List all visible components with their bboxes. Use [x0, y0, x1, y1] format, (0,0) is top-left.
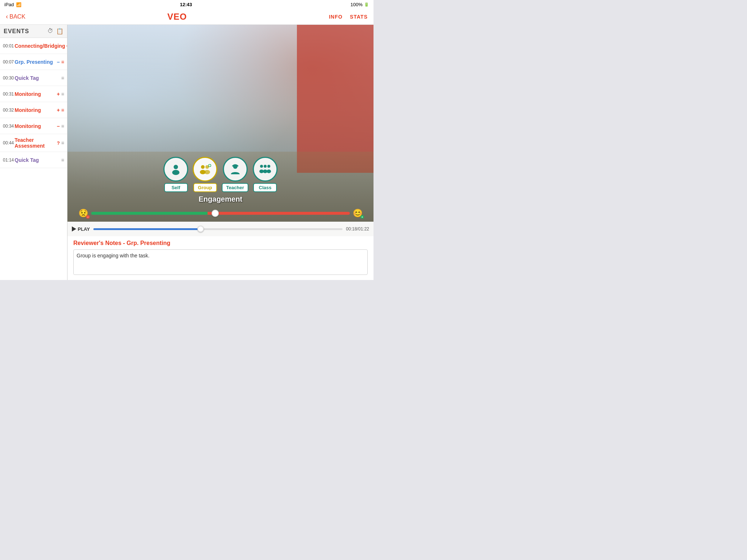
play-label: PLAY: [78, 226, 90, 232]
self-label: Self: [164, 183, 188, 192]
back-button[interactable]: ‹ BACK: [6, 13, 26, 20]
reviewer-notes-textarea[interactable]: [73, 249, 368, 275]
svg-point-10: [260, 165, 263, 168]
event-item-quick-tag-1[interactable]: 00:30 Quick Tag ≡: [0, 70, 67, 86]
note-icon: ≡: [61, 157, 64, 163]
teacher-label: Teacher: [222, 183, 248, 192]
time-display: 12:43: [180, 2, 192, 7]
progress-filled: [93, 228, 200, 230]
class-circle: [253, 157, 278, 182]
status-left: iPad: [4, 2, 22, 7]
svg-point-0: [174, 165, 178, 169]
class-label: Class: [253, 183, 277, 192]
bottom-section: Reviewer's Notes - Grp. Presenting: [67, 236, 374, 280]
event-item-connecting[interactable]: 00:01 Connecting/Bridging + ≡: [0, 38, 67, 54]
event-item-monitoring-2[interactable]: 00:32 Monitoring + ≡: [0, 102, 67, 118]
play-triangle-icon: [72, 226, 76, 232]
status-bar: iPad 12:43 100% 🔋: [0, 0, 374, 9]
teacher-button[interactable]: Teacher: [222, 157, 248, 192]
events-panel: EVENTS ⏱ 📋 00:01 Connecting/Bridging + ≡…: [0, 25, 67, 280]
event-item-grp-presenting[interactable]: 00:07 Grp. Presenting – ≡: [0, 54, 67, 70]
teacher-circle: [223, 157, 248, 182]
device-label: iPad: [4, 2, 14, 7]
self-circle: [163, 157, 188, 182]
event-item-quick-tag-2[interactable]: 01:14 Quick Tag ≡: [0, 152, 67, 168]
events-icons: ⏱ 📋: [47, 28, 63, 35]
video-controls: PLAY 00:18/01:22: [67, 222, 374, 236]
note-icon-active: ≡: [61, 59, 64, 65]
class-button[interactable]: Class: [253, 157, 278, 192]
note-icon: ≡: [61, 140, 64, 146]
video-background: [67, 25, 374, 236]
clock-icon[interactable]: ⏱: [47, 28, 53, 35]
play-button[interactable]: PLAY: [72, 226, 90, 232]
happy-face-icon: 😊 +: [353, 209, 363, 218]
app-title: VEO: [167, 12, 187, 22]
svg-point-11: [264, 165, 267, 168]
title-actions: INFO STATS: [329, 14, 368, 20]
events-title: EVENTS: [4, 28, 29, 35]
folder-icon[interactable]: 📋: [56, 28, 63, 35]
engagement-overlay: Self: [67, 157, 374, 203]
group-button[interactable]: Group: [193, 157, 217, 192]
status-right: 100% 🔋: [351, 2, 369, 7]
sentiment-track[interactable]: [91, 212, 350, 215]
group-circle: [193, 157, 217, 182]
sentiment-thumb[interactable]: [212, 210, 219, 217]
red-wall-decoration: [297, 25, 374, 173]
event-item-monitoring-3[interactable]: 00:34 Monitoring – ≡: [0, 118, 67, 134]
events-header: EVENTS ⏱ 📋: [0, 25, 67, 38]
battery-label: 100%: [351, 2, 363, 7]
wifi-icon: [16, 2, 22, 7]
progress-thumb[interactable]: [197, 226, 204, 232]
engagement-buttons: Self: [163, 157, 278, 192]
stats-button[interactable]: STATS: [350, 14, 368, 20]
svg-point-1: [172, 170, 179, 175]
note-icon: ≡: [61, 91, 64, 97]
engagement-title: Engagement: [198, 195, 242, 203]
back-label: BACK: [9, 13, 26, 20]
svg-point-2: [201, 165, 205, 169]
title-bar: ‹ BACK VEO INFO STATS: [0, 9, 374, 25]
event-item-monitoring-1[interactable]: 00:31 Monitoring + ≡: [0, 86, 67, 102]
svg-point-15: [267, 170, 271, 173]
battery-icon: 🔋: [364, 2, 369, 7]
svg-point-5: [204, 170, 210, 174]
time-counter: 00:18/01:22: [346, 226, 369, 232]
reviewer-notes-title: Reviewer's Notes - Grp. Presenting: [73, 240, 368, 246]
note-icon: ≡: [61, 75, 64, 81]
sentiment-area: 😟 − 😊 +: [78, 209, 363, 218]
note-icon-active: ≡: [61, 107, 64, 113]
event-item-teacher-assessment[interactable]: 00:44 Teacher Assessment ? ≡: [0, 134, 67, 152]
note-icon: ≡: [61, 123, 64, 129]
back-chevron-icon: ‹: [6, 13, 8, 20]
progress-track[interactable]: [93, 228, 342, 230]
self-button[interactable]: Self: [163, 157, 188, 192]
video-area: Self: [67, 25, 374, 236]
right-panel: Self: [67, 25, 374, 280]
group-label: Group: [193, 183, 217, 192]
main-content: EVENTS ⏱ 📋 00:01 Connecting/Bridging + ≡…: [0, 25, 374, 280]
svg-point-12: [267, 165, 270, 168]
sad-face-icon: 😟 −: [78, 209, 88, 218]
info-button[interactable]: INFO: [329, 14, 342, 20]
